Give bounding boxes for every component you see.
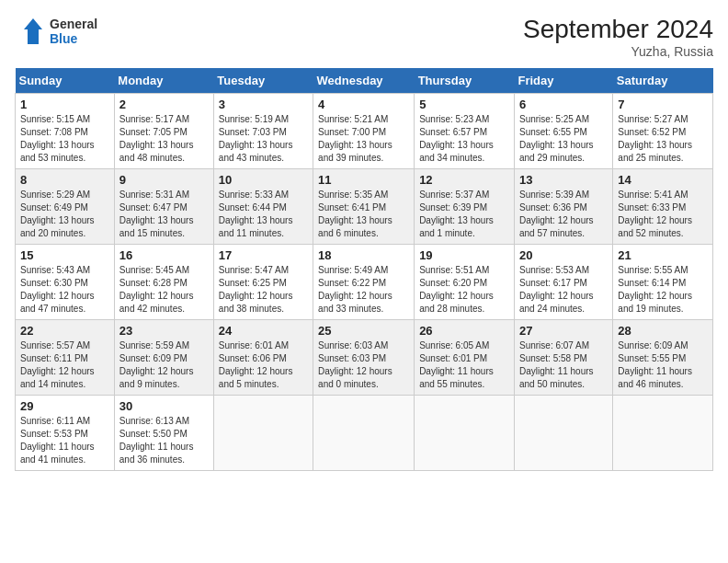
- day-number: 17: [219, 248, 308, 262]
- calendar-week-row: 1Sunrise: 5:15 AM Sunset: 7:08 PM Daylig…: [16, 94, 713, 169]
- column-header-saturday: Saturday: [613, 68, 713, 94]
- calendar-day-9: 9Sunrise: 5:31 AM Sunset: 6:47 PM Daylig…: [114, 169, 213, 245]
- day-number: 24: [219, 324, 308, 338]
- day-number: 27: [519, 324, 608, 338]
- day-number: 13: [519, 173, 608, 187]
- calendar-day-14: 14Sunrise: 5:41 AM Sunset: 6:33 PM Dayli…: [613, 169, 713, 245]
- day-number: 16: [119, 248, 209, 262]
- calendar-day-18: 18Sunrise: 5:49 AM Sunset: 6:22 PM Dayli…: [313, 245, 415, 320]
- calendar-day-1: 1Sunrise: 5:15 AM Sunset: 7:08 PM Daylig…: [16, 94, 115, 169]
- calendar-week-row: 29Sunrise: 6:11 AM Sunset: 5:53 PM Dayli…: [16, 396, 713, 471]
- day-info: Sunrise: 6:07 AM Sunset: 5:58 PM Dayligh…: [519, 339, 608, 391]
- day-info: Sunrise: 6:01 AM Sunset: 6:06 PM Dayligh…: [219, 339, 308, 391]
- calendar-day-7: 7Sunrise: 5:27 AM Sunset: 6:52 PM Daylig…: [613, 94, 713, 169]
- calendar-day-4: 4Sunrise: 5:21 AM Sunset: 7:00 PM Daylig…: [313, 94, 415, 169]
- month-title: September 2024: [523, 15, 713, 44]
- day-info: Sunrise: 5:41 AM Sunset: 6:33 PM Dayligh…: [618, 189, 708, 240]
- calendar-day-17: 17Sunrise: 5:47 AM Sunset: 6:25 PM Dayli…: [213, 245, 313, 320]
- day-info: Sunrise: 6:11 AM Sunset: 5:53 PM Dayligh…: [20, 415, 109, 466]
- calendar-empty-cell: [514, 396, 612, 471]
- calendar-week-row: 15Sunrise: 5:43 AM Sunset: 6:30 PM Dayli…: [16, 245, 713, 320]
- calendar-day-29: 29Sunrise: 6:11 AM Sunset: 5:53 PM Dayli…: [16, 396, 115, 471]
- calendar-day-22: 22Sunrise: 5:57 AM Sunset: 6:11 PM Dayli…: [16, 320, 115, 396]
- calendar-empty-cell: [213, 396, 313, 471]
- day-number: 4: [318, 98, 409, 111]
- calendar-day-8: 8Sunrise: 5:29 AM Sunset: 6:49 PM Daylig…: [16, 169, 115, 245]
- day-info: Sunrise: 5:59 AM Sunset: 6:09 PM Dayligh…: [119, 339, 209, 391]
- logo: GeneralBlue: [15, 15, 97, 48]
- day-info: Sunrise: 5:35 AM Sunset: 6:41 PM Dayligh…: [318, 189, 409, 240]
- calendar-day-26: 26Sunrise: 6:05 AM Sunset: 6:01 PM Dayli…: [415, 320, 515, 396]
- day-info: Sunrise: 5:19 AM Sunset: 7:03 PM Dayligh…: [219, 113, 308, 165]
- day-info: Sunrise: 5:23 AM Sunset: 6:57 PM Dayligh…: [419, 113, 509, 165]
- day-number: 8: [20, 173, 109, 187]
- calendar-day-12: 12Sunrise: 5:37 AM Sunset: 6:39 PM Dayli…: [415, 169, 515, 245]
- day-number: 25: [318, 324, 409, 338]
- day-number: 22: [20, 324, 109, 338]
- day-info: Sunrise: 5:43 AM Sunset: 6:30 PM Dayligh…: [20, 264, 109, 316]
- calendar-day-13: 13Sunrise: 5:39 AM Sunset: 6:36 PM Dayli…: [514, 169, 612, 245]
- calendar-day-3: 3Sunrise: 5:19 AM Sunset: 7:03 PM Daylig…: [213, 94, 313, 169]
- day-number: 29: [20, 399, 109, 413]
- day-info: Sunrise: 5:49 AM Sunset: 6:22 PM Dayligh…: [318, 264, 409, 316]
- day-number: 9: [119, 173, 209, 187]
- day-number: 5: [419, 98, 509, 111]
- day-info: Sunrise: 5:33 AM Sunset: 6:44 PM Dayligh…: [219, 189, 308, 240]
- day-info: Sunrise: 5:17 AM Sunset: 7:05 PM Dayligh…: [119, 113, 209, 165]
- calendar-table: SundayMondayTuesdayWednesdayThursdayFrid…: [15, 68, 713, 471]
- day-info: Sunrise: 6:09 AM Sunset: 5:55 PM Dayligh…: [618, 339, 708, 391]
- calendar-day-16: 16Sunrise: 5:45 AM Sunset: 6:28 PM Dayli…: [114, 245, 213, 320]
- day-info: Sunrise: 5:15 AM Sunset: 7:08 PM Dayligh…: [20, 113, 109, 165]
- day-info: Sunrise: 6:13 AM Sunset: 5:50 PM Dayligh…: [119, 415, 209, 466]
- day-info: Sunrise: 5:39 AM Sunset: 6:36 PM Dayligh…: [519, 189, 608, 240]
- day-number: 14: [618, 173, 708, 187]
- calendar-day-19: 19Sunrise: 5:51 AM Sunset: 6:20 PM Dayli…: [415, 245, 515, 320]
- calendar-empty-cell: [613, 396, 713, 471]
- calendar-day-27: 27Sunrise: 6:07 AM Sunset: 5:58 PM Dayli…: [514, 320, 612, 396]
- day-number: 1: [20, 98, 109, 111]
- column-header-friday: Friday: [514, 68, 612, 94]
- day-info: Sunrise: 5:27 AM Sunset: 6:52 PM Dayligh…: [618, 113, 708, 165]
- column-header-wednesday: Wednesday: [313, 68, 415, 94]
- day-info: Sunrise: 6:05 AM Sunset: 6:01 PM Dayligh…: [419, 339, 509, 391]
- column-header-tuesday: Tuesday: [213, 68, 313, 94]
- svg-marker-0: [24, 18, 42, 44]
- calendar-day-25: 25Sunrise: 6:03 AM Sunset: 6:03 PM Dayli…: [313, 320, 415, 396]
- calendar-day-24: 24Sunrise: 6:01 AM Sunset: 6:06 PM Dayli…: [213, 320, 313, 396]
- calendar-week-row: 22Sunrise: 5:57 AM Sunset: 6:11 PM Dayli…: [16, 320, 713, 396]
- calendar-day-5: 5Sunrise: 5:23 AM Sunset: 6:57 PM Daylig…: [415, 94, 515, 169]
- day-info: Sunrise: 6:03 AM Sunset: 6:03 PM Dayligh…: [318, 339, 409, 391]
- day-info: Sunrise: 5:31 AM Sunset: 6:47 PM Dayligh…: [119, 189, 209, 240]
- day-info: Sunrise: 5:21 AM Sunset: 7:00 PM Dayligh…: [318, 113, 409, 165]
- day-info: Sunrise: 5:47 AM Sunset: 6:25 PM Dayligh…: [219, 264, 308, 316]
- calendar-day-20: 20Sunrise: 5:53 AM Sunset: 6:17 PM Dayli…: [514, 245, 612, 320]
- calendar-day-11: 11Sunrise: 5:35 AM Sunset: 6:41 PM Dayli…: [313, 169, 415, 245]
- day-number: 20: [519, 248, 608, 262]
- day-info: Sunrise: 5:57 AM Sunset: 6:11 PM Dayligh…: [20, 339, 109, 391]
- calendar-day-28: 28Sunrise: 6:09 AM Sunset: 5:55 PM Dayli…: [613, 320, 713, 396]
- day-number: 30: [119, 399, 209, 413]
- day-number: 12: [419, 173, 509, 187]
- day-info: Sunrise: 5:29 AM Sunset: 6:49 PM Dayligh…: [20, 189, 109, 240]
- day-number: 23: [119, 324, 209, 338]
- day-number: 18: [318, 248, 409, 262]
- day-number: 6: [519, 98, 608, 111]
- calendar-day-21: 21Sunrise: 5:55 AM Sunset: 6:14 PM Dayli…: [613, 245, 713, 320]
- calendar-day-6: 6Sunrise: 5:25 AM Sunset: 6:55 PM Daylig…: [514, 94, 612, 169]
- column-header-thursday: Thursday: [415, 68, 515, 94]
- column-header-sunday: Sunday: [16, 68, 115, 94]
- calendar-day-30: 30Sunrise: 6:13 AM Sunset: 5:50 PM Dayli…: [114, 396, 213, 471]
- page-header: GeneralBlue September 2024 Yuzha, Russia: [15, 15, 713, 59]
- calendar-week-row: 8Sunrise: 5:29 AM Sunset: 6:49 PM Daylig…: [16, 169, 713, 245]
- title-block: September 2024 Yuzha, Russia: [523, 15, 713, 59]
- day-info: Sunrise: 5:25 AM Sunset: 6:55 PM Dayligh…: [519, 113, 608, 165]
- calendar-empty-cell: [313, 396, 415, 471]
- calendar-day-15: 15Sunrise: 5:43 AM Sunset: 6:30 PM Dayli…: [16, 245, 115, 320]
- logo-general-text: General: [50, 17, 97, 31]
- logo-icon: [15, 15, 48, 48]
- location-text: Yuzha, Russia: [523, 44, 713, 59]
- day-number: 7: [618, 98, 708, 111]
- logo-blue-text: Blue: [50, 31, 97, 46]
- calendar-day-23: 23Sunrise: 5:59 AM Sunset: 6:09 PM Dayli…: [114, 320, 213, 396]
- day-number: 15: [20, 248, 109, 262]
